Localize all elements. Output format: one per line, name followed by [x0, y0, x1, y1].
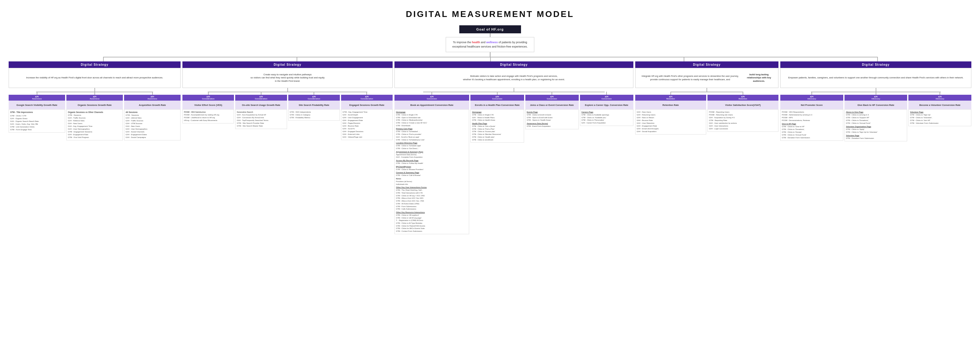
kpi-title-text-8: Book an Appointment Conversion Rate [410, 104, 453, 107]
kpi-m2-3: GA4 - Referral Sites [68, 119, 121, 122]
kpi-title-text-14: Net Promoter Score [801, 104, 822, 107]
kpi-subtype-5: Consideration [236, 98, 286, 100]
kpi-m8-s3: Location Directory Page [396, 142, 468, 145]
kpi-m8-30: GTM - Clicks to All Type Modules [396, 222, 468, 225]
kpi-m8-27: GTM - Clicks to 'HF.org/doc1' [396, 214, 468, 216]
kpi-title-10: Joins a Class or Event Conversion Rate [525, 100, 579, 109]
strategy-label-3: Digital Strategy [395, 61, 633, 68]
strategies-container: Digital Strategy Increase the visibility… [6, 61, 974, 234]
kpi-row-s1: KPI Awareness Google Search Visibility G… [9, 92, 181, 140]
kpi-m11-2: GTM - Clicks on 'Available pos.' [582, 116, 632, 119]
kpi-m8-18: Individuals Info [396, 183, 468, 186]
kpi-m2-header: Organic Sessions vs Other Channels [68, 111, 121, 114]
strategy-col-1: Digital Strategy Increase the visibility… [9, 61, 181, 140]
kpi-m8-17: Providers (all forms) [396, 180, 468, 183]
kpi-subtype-15: Advocacy [845, 98, 907, 100]
goal-section: Goal of HF.org To improve the health and… [6, 25, 974, 57]
kpi-type-label-7: KPI [342, 95, 392, 98]
kpi-m4-3: POSM - Likelihood to return to HF.org [184, 116, 232, 119]
kpi-col-6: KPI Consideration Site Search Findabilit… [288, 92, 340, 140]
kpi-m9-9: GTM - Clicks to enrollment [472, 138, 522, 142]
kpi-m15-7: GTM - Donation Form Submission [846, 137, 906, 140]
kpi-m8-20: GTM - Total Interactions with CTA [396, 192, 468, 194]
kpi-m8-s4: Appointment & Summary Page [396, 151, 468, 153]
kpi-m8-8: GA4 - Scroll to 'Book an appt' [396, 136, 468, 138]
kpi-box-6: KPI Consideration [288, 95, 340, 100]
kpi-m9-2: GA4 - Views to Health Plans [472, 116, 522, 119]
kpi-title-3: Acquisition Growth Rate [124, 100, 181, 109]
kpi-subtype-16: Advocacy [909, 98, 970, 100]
kpi-m8-s1: Homepage [396, 111, 468, 114]
kpi-subtype-9: Conversion [471, 98, 523, 100]
kpi-m14-9: GTM - Donation Form Submission [782, 137, 842, 139]
kpi-m15-5: GTM - Clicks to 'Apply' [846, 128, 906, 131]
kpi-m8-2: GTM - Open to Scheduled rate [396, 116, 468, 119]
strategy-col-5: Digital Strategy Empower patients, famil… [780, 61, 971, 142]
kpi-m15-1: GTM - Clicks to arriving in 3 [846, 114, 906, 116]
kpi11-v-top [606, 92, 607, 95]
kpi-col-8: KPI Conversion Book an Appointment Conve… [395, 92, 469, 234]
v-drop-4 [684, 57, 684, 61]
kpi-type-label-8: KPI [395, 95, 468, 98]
kpi-m2-1: GTM - Sessions [68, 114, 121, 117]
kpi-m3-5: GA4 - New Users [126, 125, 179, 128]
kpi-box-14: KPI Advocacy [780, 95, 843, 100]
kpi-m8-s7: Connect & Summary Page [396, 171, 468, 174]
kpi-type-label-9: KPI [471, 95, 523, 98]
kpi-m8-10: GTM - Clicks to 'Schedule appt' [396, 145, 468, 147]
kpi-title-text-12: Retention Rate [662, 104, 679, 107]
kpi-m2-6: GA4 - User Demographics [68, 128, 121, 130]
kpi-m15-3: GTM - Clicks to 'Donations', [846, 119, 906, 122]
kpi-box-1: KPI Awareness [9, 95, 65, 100]
kpi-col-14: KPI Advocacy Net Promoter Score POSM - V… [780, 92, 843, 142]
kpi-h-bar-s4 [671, 92, 743, 92]
kpi-title-text-5: On-site Search Usage Growth Rate [242, 104, 280, 107]
kpi-m7-9: GA4 - External Links [343, 133, 391, 136]
v-drop-1 [103, 57, 104, 61]
kpi-m8-14: GTM - Clicks to 'Follow My Health' [396, 162, 468, 165]
kpi-box-2: KPI Awareness [66, 95, 123, 100]
kpi-m3-header: All Sessions [126, 111, 179, 114]
kpi-m8-28: GTM - Clicks to 'all HF.org page' [396, 216, 468, 220]
kpi-m8-3: GTM - Clicks to 'Medicaid/co/why' [396, 119, 468, 122]
kpi-col-16: KPI Advocacy Become a Volunteer Conversi… [908, 92, 971, 142]
kpi-col-13: KPI Retention Visitor Satisfaction Score… [708, 92, 778, 135]
kpi-m8-13: GA4 - Complete Form Acquisition [396, 156, 468, 159]
kpi-m13-3: GA4 - Acquisition by Giving 4-5 [709, 116, 777, 119]
goal-box: Goal of HF.org [459, 25, 521, 33]
kpi-m7-4: GA4 - Engagement Rate [343, 119, 391, 122]
kpi-m8-31: GTM - Clicks for Patient/CNA Events [396, 225, 468, 228]
kpi-m14-6: GTM - Clicks to 'Donations', [782, 128, 842, 131]
kpi-subtype-13: Retention [708, 98, 778, 100]
kpi-m3-8: GA4 - Engagement Dates [126, 133, 179, 136]
strategy-label-1: Digital Strategy [9, 61, 181, 68]
goal-v-connector [490, 33, 490, 37]
kpi-metrics-2: Organic Sessions vs Other Channels GTM -… [66, 109, 123, 140]
kpi-m14-4: POSM - Demonstrations, Reviews [782, 119, 842, 122]
kpi-m3-2: GA4 - referral Sites [126, 117, 179, 119]
kpi-m7-7: GA4 - Scroll % [343, 127, 391, 130]
kpi-m2-8: GA4 - Engagement Rate [68, 133, 121, 136]
kpi-h-bar-s2 [208, 92, 368, 92]
kpi-metrics-16: Volunteer Page GTM - Clicks to 'Sign Up'… [908, 109, 971, 126]
kpi-metrics-7: GTM - Avg. Engagement Time GA4 - Scroll … [341, 109, 393, 140]
kpi-type-label-16: KPI [909, 95, 970, 98]
kpi-m12-3: GA4 - New vs Return [637, 116, 705, 119]
kpi-subtype-6: Consideration [289, 98, 339, 100]
kpi-m13-4: GTM - Reporting Rate [709, 119, 777, 122]
strategy-desc-1: Increase the visibility of HF.org as Hea… [9, 68, 181, 88]
kpi-m13-7: GA4 - Login successes [709, 127, 777, 130]
kpi-col-9: KPI Conversion Enrolls in a Health Plan … [470, 92, 524, 234]
kpi-type-label-12: KPI [636, 95, 705, 98]
health-highlight: health [472, 41, 480, 44]
kpi-type-label-14: KPI [781, 95, 842, 98]
kpi-type-label-13: KPI [708, 95, 778, 98]
strategy-label-4: Digital Strategy [635, 61, 778, 68]
kpi-m8-6: GTM - Clicks to 'Scheduled' ... [396, 130, 468, 133]
kpi-title-text-7: Engaged Sessions Growth Rate [349, 104, 384, 107]
kpi-title-16: Become a Volunteer Conversion Rate [908, 100, 971, 109]
kpi-m12-1: GA4 - New Users [637, 111, 705, 114]
kpi-metrics-8: Homepage GTM - Clicks in Single CTA GTM … [395, 109, 469, 234]
kpi-m8-s8: Notes [396, 177, 468, 180]
kpi-m15-s3: Volunteer Page [846, 134, 906, 137]
